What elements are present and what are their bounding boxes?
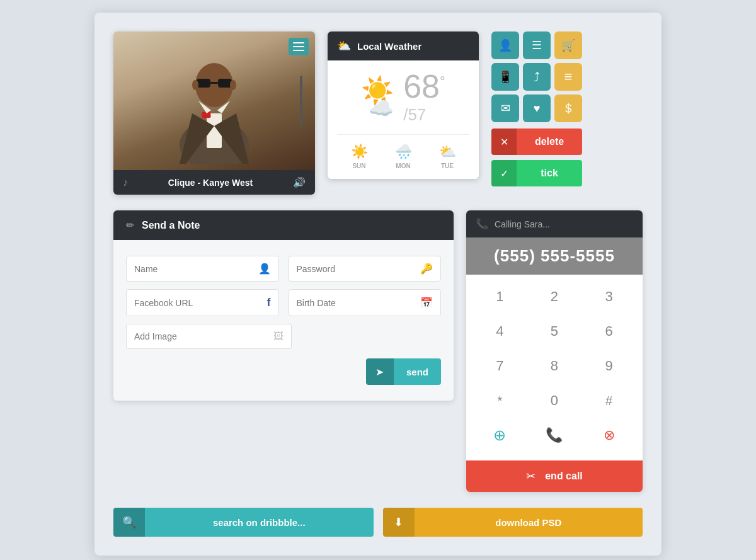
password-field[interactable]: 🔑	[289, 256, 442, 282]
mon-forecast-icon: 🌧️	[395, 144, 412, 160]
name-field[interactable]: 👤	[126, 256, 279, 282]
player-bar-line	[300, 76, 302, 126]
sun-label: SUN	[351, 163, 368, 169]
edit-icon: ✏	[126, 219, 134, 231]
action-buttons: ✕ delete ✓ tick	[491, 129, 582, 186]
calling-text: Calling Sara...	[495, 219, 550, 229]
player-menu-button[interactable]	[289, 38, 309, 55]
volume-icon[interactable]: 🔊	[293, 176, 306, 188]
key-9[interactable]: 9	[590, 350, 628, 382]
delete-icon: ✕	[491, 129, 517, 155]
delete-button[interactable]: ✕ delete	[491, 129, 582, 155]
lines-icon-btn[interactable]: ≡	[554, 63, 582, 91]
form-header: ✏ Send a Note	[113, 210, 454, 240]
phone-icon-btn[interactable]: 📱	[491, 63, 519, 91]
top-row: ♪ Clique - Kanye West 🔊 ⛅ Local Weather …	[113, 31, 643, 195]
form-title: Send a Note	[142, 220, 200, 231]
form-row-3: 🖼	[126, 324, 441, 349]
forecast-tue: ⛅ TUE	[439, 141, 456, 169]
key-icon: 🔑	[420, 263, 433, 275]
mon-label: MON	[395, 163, 412, 169]
tue-label: TUE	[439, 163, 456, 169]
call-btn[interactable]: 📞	[536, 420, 573, 451]
key-2[interactable]: 2	[536, 281, 573, 312]
cancel-call-btn[interactable]: ⊗	[590, 420, 628, 451]
name-input[interactable]	[134, 264, 253, 274]
bottom-actions: 🔍 search on dribbble... ⬇ download PSD	[113, 508, 643, 537]
send-button[interactable]: ➤ send	[366, 358, 441, 385]
user-field-icon: 👤	[258, 263, 271, 275]
facebook-field[interactable]: f	[126, 289, 279, 316]
tick-button[interactable]: ✓ tick	[491, 160, 582, 186]
share-icon-btn[interactable]: ⤴	[523, 63, 551, 91]
send-icon: ➤	[366, 358, 394, 385]
add-image-field[interactable]: 🖼	[126, 324, 292, 349]
keypad-row-1: 1 2 3	[472, 281, 636, 312]
music-player: ♪ Clique - Kanye West 🔊	[113, 31, 315, 195]
weather-forecast: ☀️ SUN 🌧️ MON ⛅ TUE	[337, 134, 469, 169]
tick-label: tick	[517, 160, 582, 186]
key-6[interactable]: 6	[590, 316, 628, 347]
calendar-icon: 📅	[420, 297, 433, 309]
cart-icon-btn[interactable]: 🛒	[554, 31, 582, 59]
user-icon-btn[interactable]: 👤	[491, 31, 519, 59]
search-icon: 🔍	[113, 508, 145, 537]
key-3[interactable]: 3	[590, 281, 628, 312]
tick-icon: ✓	[491, 160, 517, 186]
end-call-label: end call	[545, 471, 583, 482]
end-call-button[interactable]: ✂ end call	[466, 460, 643, 492]
mail-icon-btn[interactable]: ✉	[491, 94, 519, 122]
key-5[interactable]: 5	[536, 316, 573, 347]
key-star[interactable]: *	[481, 385, 518, 416]
forecast-sun: ☀️ SUN	[351, 141, 368, 169]
heart-icon-btn[interactable]: ♥	[523, 94, 551, 122]
temp-high: 68°	[403, 68, 445, 105]
send-label: send	[394, 358, 441, 385]
weather-header: ⛅ Local Weather	[328, 31, 479, 60]
main-container: ♪ Clique - Kanye West 🔊 ⛅ Local Weather …	[94, 13, 662, 556]
download-icon: ⬇	[383, 508, 415, 537]
dollar-icon-btn[interactable]: ＄	[554, 94, 582, 122]
birthdate-input[interactable]	[297, 298, 416, 308]
key-hash[interactable]: #	[590, 385, 628, 416]
svg-point-9	[230, 80, 236, 90]
birthdate-field[interactable]: 📅	[289, 289, 442, 316]
search-dribbble-button[interactable]: 🔍 search on dribbble...	[113, 508, 374, 537]
key-0[interactable]: 0	[536, 385, 573, 416]
temperature-display: 68° /57	[403, 70, 445, 125]
tue-forecast-icon: ⛅	[439, 144, 456, 160]
phone-dialer: 📞 Calling Sara... (555) 555-5555 1 2 3 4…	[466, 210, 643, 492]
password-input[interactable]	[297, 264, 416, 274]
add-image-input[interactable]	[134, 331, 268, 341]
weather-body: ☀️ ☁️ 68° /57 ☀️ SUN	[328, 60, 479, 179]
search-label: search on dribbble...	[145, 508, 374, 537]
person-illustration	[164, 38, 265, 164]
weather-title: Local Weather	[357, 41, 421, 52]
player-image	[113, 31, 315, 170]
key-4[interactable]: 4	[481, 316, 518, 347]
download-psd-button[interactable]: ⬇ download PSD	[383, 508, 643, 537]
download-label: download PSD	[415, 508, 643, 537]
sun-forecast-icon: ☀️	[351, 144, 368, 160]
svg-point-8	[192, 80, 198, 90]
form-row-2: f 📅	[126, 289, 441, 316]
add-contact-btn[interactable]: ⊕	[481, 420, 518, 451]
dialer-keypad: 1 2 3 4 5 6 7 8 9 * 0 #	[466, 275, 643, 460]
facebook-input[interactable]	[134, 298, 262, 308]
key-8[interactable]: 8	[536, 350, 573, 382]
weather-icon-group: ☀️ ☁️	[361, 75, 394, 120]
svg-rect-6	[218, 79, 232, 88]
temp-low: /57	[403, 105, 445, 125]
list-icon-btn[interactable]: ☰	[523, 31, 551, 59]
forecast-mon: 🌧️ MON	[395, 141, 412, 169]
svg-rect-7	[210, 82, 218, 84]
send-note-form: ✏ Send a Note 👤 🔑 f	[113, 210, 454, 401]
key-7[interactable]: 7	[481, 350, 518, 382]
dialer-header: 📞 Calling Sara...	[466, 210, 643, 237]
facebook-icon: f	[267, 296, 271, 309]
phone-call-icon: 📞	[476, 218, 488, 230]
form-send-row: ➤ send	[126, 358, 441, 385]
song-name: Clique - Kanye West	[134, 178, 287, 188]
key-1[interactable]: 1	[481, 281, 518, 312]
image-icon: 🖼	[273, 331, 284, 342]
